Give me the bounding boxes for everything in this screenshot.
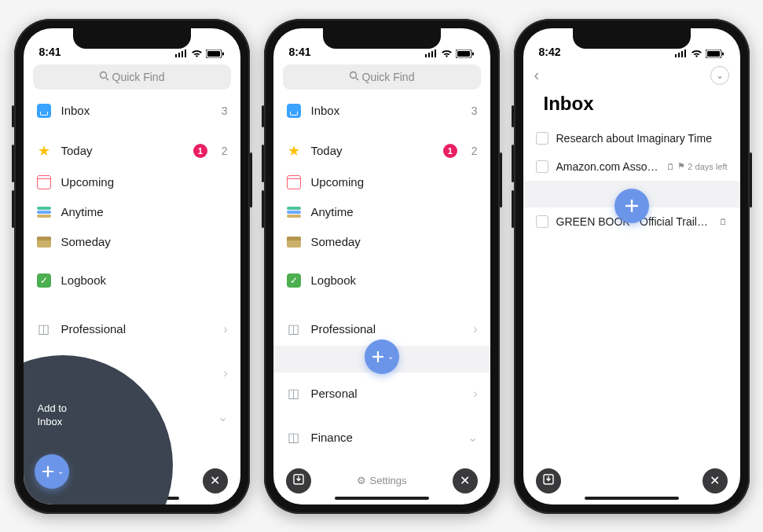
svg-rect-29	[722, 52, 724, 55]
screen-1: 8:41 Quick Find Inbox 3 ★ Today 1 2	[24, 28, 240, 504]
add-button-dragging[interactable]: ⌄	[365, 339, 399, 374]
cube-icon: ◫	[286, 321, 302, 337]
list-someday[interactable]: Someday	[273, 227, 490, 257]
settings-label: Settings	[370, 475, 407, 486]
area-label: Professional	[61, 322, 215, 336]
svg-rect-28	[707, 51, 720, 57]
cube-icon: ◫	[286, 386, 302, 402]
task-checkbox[interactable]	[536, 160, 548, 173]
chevron-right-icon: ›	[223, 366, 227, 380]
task-checkbox[interactable]	[536, 132, 548, 145]
expand-button[interactable]: ⌄	[710, 66, 729, 85]
list-inbox[interactable]: Inbox 3	[273, 94, 490, 127]
wifi-icon	[691, 50, 702, 58]
area-professional[interactable]: ◫ Professional ›	[24, 313, 240, 346]
area-finance[interactable]: ◫ Finance ⌄	[273, 421, 490, 454]
list-inbox[interactable]: Inbox 3	[24, 94, 240, 127]
notch	[323, 28, 441, 49]
inbox-tray-button[interactable]	[286, 468, 311, 493]
signal-icon	[175, 50, 188, 57]
cube-icon: ◫	[286, 430, 302, 446]
status-indicators	[675, 50, 724, 58]
area-personal[interactable]: ◫ Personal ›	[273, 377, 490, 410]
svg-line-19	[356, 78, 358, 80]
close-button[interactable]: ✕	[702, 468, 728, 493]
svg-rect-16	[457, 51, 470, 57]
svg-rect-12	[428, 53, 430, 57]
list-count: 2	[222, 145, 228, 157]
title-bar: ‹ ⌄	[523, 60, 740, 93]
chevron-down-icon: ⌄	[468, 430, 478, 445]
list-anytime[interactable]: Anytime	[273, 197, 490, 227]
archive-icon	[36, 234, 52, 250]
flag-icon: ⚑	[677, 161, 685, 171]
task-row[interactable]: Research about Imaginary Time	[523, 124, 740, 152]
close-button[interactable]: ✕	[203, 468, 228, 493]
chevron-down-icon: ⌄	[716, 70, 724, 81]
today-badge: 1	[193, 144, 207, 158]
svg-rect-5	[207, 51, 220, 57]
svg-rect-6	[222, 52, 224, 55]
sidebar-list: Inbox 3 ★ Today 1 2 Upcoming Anytime Som…	[273, 94, 490, 504]
svg-point-18	[350, 72, 356, 78]
task-meta: 🗒 ⚑ 2 days left	[666, 161, 727, 171]
svg-line-8	[106, 78, 108, 80]
home-indicator[interactable]	[335, 497, 429, 500]
list-count: 3	[471, 105, 478, 117]
add-button-dragging[interactable]	[614, 189, 649, 223]
inbox-icon	[36, 103, 52, 119]
screen-2: 8:41 Quick Find Inbox 3 ★ Today 1 2	[273, 28, 490, 504]
list-upcoming[interactable]: Upcoming	[273, 167, 490, 197]
task-row[interactable]: Amazon.com Associat... 🗒 ⚑ 2 days left	[523, 152, 740, 181]
list-count: 2	[471, 145, 478, 157]
add-button[interactable]: ⌄	[35, 454, 69, 489]
note-icon: 🗒	[666, 162, 675, 171]
close-button[interactable]: ✕	[453, 468, 478, 493]
settings-button[interactable]: ⚙ Settings	[357, 475, 407, 486]
page-title: Inbox	[544, 93, 594, 115]
battery-icon	[456, 50, 475, 58]
task-meta: 🗒	[719, 217, 728, 226]
back-button[interactable]: ‹	[534, 66, 540, 84]
task-checkbox[interactable]	[536, 215, 548, 228]
tray-icon	[542, 473, 555, 489]
chevron-down-icon: ⌄	[218, 409, 228, 424]
search-input[interactable]: Quick Find	[33, 64, 231, 90]
svg-rect-23	[675, 54, 677, 57]
list-logbook[interactable]: ✓ Logbook	[24, 264, 240, 297]
list-upcoming[interactable]: Upcoming	[24, 167, 240, 197]
tray-icon	[292, 473, 305, 489]
list-label: Upcoming	[311, 175, 478, 189]
home-indicator[interactable]	[585, 497, 679, 500]
search-placeholder: Quick Find	[112, 71, 165, 83]
svg-rect-1	[178, 53, 180, 57]
list-label: Logbook	[311, 273, 478, 287]
list-someday[interactable]: Someday	[24, 227, 240, 257]
chevron-right-icon: ›	[223, 322, 227, 336]
status-time: 8:42	[539, 46, 561, 58]
close-icon: ✕	[210, 473, 220, 488]
list-anytime[interactable]: Anytime	[24, 197, 240, 227]
area-label: Personal	[311, 387, 464, 400]
sidebar-list: Inbox 3 ★ Today 1 2 Upcoming Anytime Som…	[24, 94, 240, 504]
svg-rect-14	[435, 50, 436, 57]
list-today[interactable]: ★ Today 1 2	[273, 134, 490, 167]
search-icon	[349, 71, 359, 83]
area-label: Professional	[311, 322, 464, 336]
search-input[interactable]: Quick Find	[283, 64, 481, 90]
svg-rect-13	[431, 51, 433, 57]
list-label: Inbox	[311, 104, 457, 117]
phone-frame-1: 8:41 Quick Find Inbox 3 ★ Today 1 2	[14, 19, 250, 514]
svg-rect-25	[681, 51, 683, 57]
battery-icon	[206, 50, 225, 58]
svg-rect-17	[472, 52, 474, 55]
signal-icon	[425, 50, 438, 57]
inbox-tray-button[interactable]	[536, 468, 561, 493]
list-logbook[interactable]: ✓ Logbook	[273, 264, 490, 297]
star-icon: ★	[286, 143, 302, 159]
list-today[interactable]: ★ Today 1 2	[24, 134, 240, 167]
stack-icon	[286, 204, 302, 220]
task-due: 2 days left	[688, 162, 727, 171]
list-label: Logbook	[61, 273, 228, 287]
wifi-icon	[441, 50, 453, 58]
